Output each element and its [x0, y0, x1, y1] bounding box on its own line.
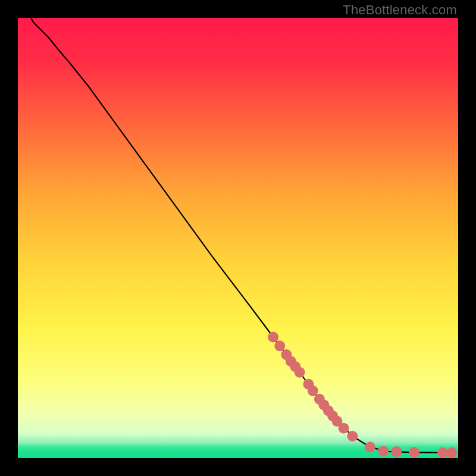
- data-marker: [446, 447, 457, 458]
- gradient-background: [18, 18, 458, 458]
- data-marker: [347, 431, 358, 441]
- data-marker: [268, 332, 278, 343]
- bottleneck-chart: [18, 18, 458, 458]
- data-marker: [378, 446, 389, 456]
- data-marker: [409, 447, 419, 458]
- data-marker: [391, 446, 402, 457]
- chart-frame: [18, 18, 458, 458]
- data-marker: [339, 423, 349, 434]
- watermark-text: TheBottleneck.com: [343, 2, 457, 18]
- data-marker: [308, 386, 318, 396]
- data-marker: [295, 367, 305, 378]
- data-marker: [274, 340, 285, 351]
- data-marker: [365, 442, 375, 453]
